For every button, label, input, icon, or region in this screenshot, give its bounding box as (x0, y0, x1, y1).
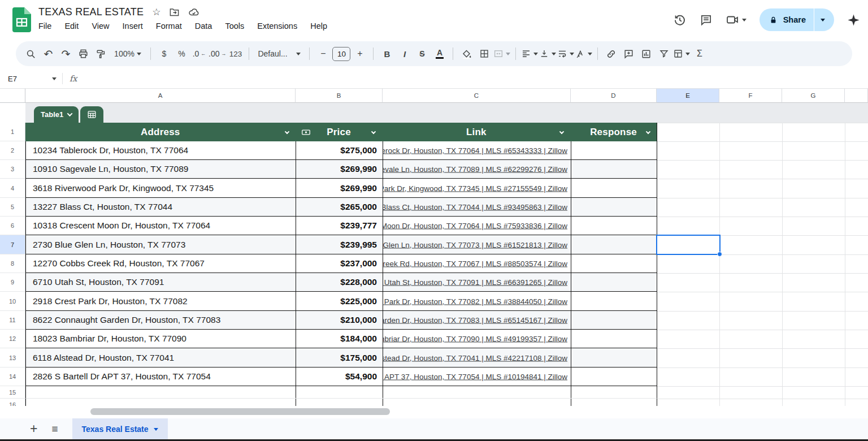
text-rotation-button[interactable] (575, 45, 592, 62)
cell-link[interactable]: 3618 Riverwood Park Dr, Kingwood, TX 773… (383, 179, 571, 197)
cell-link[interactable]: 2918 Crest Park Dr, Houston, TX 77082 | … (383, 292, 571, 310)
row-header-4[interactable]: 4 (0, 179, 25, 198)
column-header-D[interactable]: D (571, 89, 657, 103)
chevron-down-icon[interactable] (646, 129, 650, 133)
increase-decimal-button[interactable]: .00→ (209, 45, 226, 62)
zillow-link[interactable]: 6710 Utah St, Houston, TX 77091 | MLS #6… (383, 278, 567, 287)
row-header-12[interactable]: 12 (0, 330, 25, 348)
undo-button[interactable]: ↶ (40, 45, 57, 62)
zillow-link[interactable]: 10234 Tablerock Dr, Houston, TX 77064 | … (383, 146, 567, 155)
menu-file[interactable]: File (38, 21, 51, 31)
cell-address[interactable]: 10318 Crescent Moon Dr, Houston, TX 7706… (26, 217, 296, 235)
menu-edit[interactable]: Edit (64, 21, 79, 31)
menu-help[interactable]: Help (310, 21, 327, 31)
row-header-7[interactable]: 7 (0, 235, 25, 254)
chevron-down-icon[interactable] (284, 129, 289, 133)
cell-price[interactable]: $228,000 (296, 273, 383, 291)
decrease-font-size-button[interactable]: − (315, 45, 331, 62)
chevron-down-icon[interactable] (559, 129, 564, 133)
cell-empty[interactable] (383, 386, 571, 398)
cell-link[interactable]: 8622 Connaught Garden Dr, Houston, TX 77… (383, 311, 571, 329)
cell-link[interactable]: 2730 Blue Glen Ln, Houston, TX 77073 | M… (383, 235, 571, 254)
document-title[interactable]: TEXAS REAL ESTATE (38, 6, 144, 18)
column-header-A[interactable]: A (25, 89, 296, 103)
cell-price[interactable]: $269,990 (296, 160, 383, 178)
column-header-partial[interactable] (845, 89, 868, 103)
cell-response[interactable] (571, 254, 657, 273)
cell-empty[interactable] (26, 386, 296, 398)
all-sheets-button[interactable]: ≡ (51, 423, 58, 435)
sheet-tab-texas-real-estate[interactable]: Texas Real Estate (72, 418, 168, 439)
functions-button[interactable]: Σ (691, 45, 708, 62)
menu-insert[interactable]: Insert (123, 21, 143, 31)
cell-price[interactable]: $175,000 (296, 348, 383, 367)
search-menus-button[interactable] (23, 45, 39, 62)
comments-icon[interactable] (700, 14, 713, 27)
cell-address[interactable]: 6118 Alstead Dr, Houston, TX 77041 (26, 348, 296, 367)
more-formats-button[interactable]: 123 (227, 45, 244, 62)
row-header-1[interactable]: 1 (0, 123, 25, 141)
cell-empty[interactable] (571, 386, 657, 398)
column-header-link[interactable]: Link (382, 123, 570, 141)
gemini-sparkle-icon[interactable] (847, 14, 860, 27)
row-header-15[interactable]: 15 (0, 386, 25, 399)
cell-price[interactable]: $275,000 (296, 141, 383, 159)
cell-address[interactable]: 2826 S Bartell Dr APT 37, Houston, TX 77… (26, 368, 296, 386)
menu-extensions[interactable]: Extensions (257, 21, 297, 31)
menu-tools[interactable]: Tools (225, 21, 244, 31)
cell-link[interactable]: 10910 Sagevale Ln, Houston, TX 77089 | M… (383, 160, 571, 178)
move-folder-icon[interactable] (169, 7, 180, 18)
zoom-select[interactable]: 100% (110, 45, 145, 62)
cell-price[interactable]: $237,000 (296, 254, 383, 273)
name-box[interactable]: E7 (0, 75, 57, 83)
cell-price[interactable]: $54,900 (296, 368, 383, 386)
column-header-C[interactable]: C (383, 89, 571, 103)
decrease-decimal-button[interactable]: .0← (191, 45, 207, 62)
cell-link[interactable]: 2826 S Bartell Dr APT 37, Houston, TX 77… (383, 368, 571, 386)
vertical-align-button[interactable] (539, 45, 556, 62)
zillow-link[interactable]: 12270 Cobbs Creek Rd, Houston, TX 77067 … (383, 260, 567, 268)
horizontal-align-button[interactable] (521, 45, 538, 62)
cell-response[interactable] (571, 160, 657, 178)
insert-chart-button[interactable] (638, 45, 654, 62)
select-all-corner[interactable] (0, 89, 25, 103)
cell-address[interactable]: 8622 Connaught Garden Dr, Houston, TX 77… (26, 311, 296, 329)
cell-response[interactable] (571, 273, 657, 291)
cell-response[interactable] (571, 311, 657, 329)
cell-price[interactable]: $269,990 (296, 179, 383, 197)
fill-color-button[interactable] (458, 45, 475, 62)
row-header-10[interactable]: 10 (0, 292, 25, 311)
horizontal-scrollbar[interactable] (0, 406, 868, 418)
menu-data[interactable]: Data (195, 21, 212, 31)
version-history-icon[interactable] (673, 13, 687, 27)
bold-button[interactable]: B (379, 45, 395, 62)
scrollbar-thumb[interactable] (90, 408, 390, 415)
cell-address[interactable]: 10910 Sagevale Ln, Houston, TX 77089 (26, 160, 296, 178)
row-header-2[interactable]: 2 (0, 141, 25, 160)
cell-response[interactable] (571, 330, 657, 348)
cell-response[interactable] (571, 368, 657, 386)
cell-address[interactable]: 10234 Tablerock Dr, Houston, TX 77064 (26, 141, 296, 159)
format-percent-button[interactable]: % (173, 45, 190, 62)
cell-address[interactable]: 2730 Blue Glen Ln, Houston, TX 77073 (26, 235, 296, 254)
row-header-8[interactable]: 8 (0, 254, 25, 273)
cell-empty[interactable] (296, 386, 383, 398)
row-header-5[interactable]: 5 (0, 198, 25, 217)
format-currency-button[interactable]: $ (156, 45, 172, 62)
cell-address[interactable]: 3618 Riverwood Park Dr, Kingwood, TX 773… (26, 179, 296, 197)
column-header-address[interactable]: Address (25, 123, 296, 141)
sheet-tab-dropdown-icon[interactable] (154, 428, 158, 433)
share-dropdown-icon[interactable] (821, 19, 825, 24)
redo-button[interactable]: ↷ (58, 45, 74, 62)
cell-link[interactable]: 6118 Alstead Dr, Houston, TX 77041 | MLS… (383, 348, 571, 367)
cell-price[interactable]: $184,000 (296, 330, 383, 348)
table-menu-chip[interactable] (80, 106, 103, 123)
cell-response[interactable] (571, 292, 657, 310)
cell-price[interactable]: $239,995 (296, 235, 383, 254)
cell-address[interactable]: 12270 Cobbs Creek Rd, Houston, TX 77067 (26, 254, 296, 273)
cell-price[interactable]: $225,000 (296, 292, 383, 310)
cell-address[interactable]: 18023 Bambriar Dr, Houston, TX 77090 (26, 330, 296, 348)
column-header-B[interactable]: B (296, 89, 383, 103)
borders-button[interactable] (476, 45, 492, 62)
cell-link[interactable]: 18023 Bambriar Dr, Houston, TX 77090 | M… (383, 330, 571, 348)
